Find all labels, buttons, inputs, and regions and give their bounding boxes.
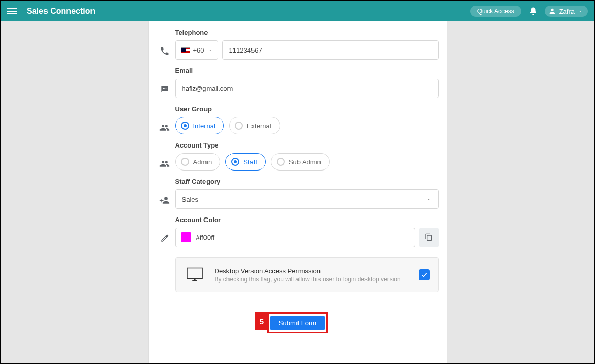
chevron-down-icon (208, 47, 213, 53)
staff-category-value: Sales (182, 196, 199, 203)
permission-subtitle: By checking this flag, you will allow th… (215, 276, 409, 283)
color-swatch (181, 232, 191, 242)
step-number: 5 (255, 312, 269, 330)
user-group-label: User Group (175, 105, 439, 113)
chevron-down-icon (426, 196, 432, 202)
staff-category-select[interactable]: Sales (175, 189, 439, 209)
account-color-input[interactable]: #ff00ff (175, 228, 415, 247)
account-type-subadmin[interactable]: Sub Admin (271, 153, 330, 171)
account-type-staff[interactable]: Staff (225, 153, 266, 171)
app-header: Sales Connection Quick Access Zafra (1, 1, 594, 21)
step-annotation: 5 Submit Form (267, 312, 328, 333)
email-input[interactable] (175, 79, 439, 98)
group-icon (159, 159, 170, 169)
desktop-permission-box: Desktop Version Access Permission By che… (175, 257, 439, 292)
quick-access-button[interactable]: Quick Access (470, 6, 521, 17)
user-form-card: Telephone +60 Email (149, 21, 447, 364)
user-name: Zafra (559, 8, 575, 15)
chat-icon (159, 84, 170, 94)
menu-icon[interactable] (7, 6, 17, 16)
user-group-internal[interactable]: Internal (175, 117, 224, 134)
submit-form-button[interactable]: Submit Form (270, 316, 325, 330)
svg-point-0 (163, 88, 164, 89)
eyedropper-icon (159, 233, 170, 244)
brand-title: Sales Connection (27, 7, 95, 16)
permission-checkbox[interactable] (419, 269, 430, 280)
country-code-select[interactable]: +60 (175, 40, 218, 60)
monitor-icon (184, 265, 205, 284)
telephone-label: Telephone (175, 29, 439, 36)
email-label: Email (175, 67, 439, 75)
svg-point-2 (165, 88, 166, 89)
bell-icon[interactable] (529, 7, 538, 16)
copy-icon (425, 233, 433, 241)
account-type-label: Account Type (175, 141, 439, 149)
staff-category-label: Staff Category (175, 178, 439, 185)
country-code-value: +60 (193, 46, 204, 54)
check-icon (421, 271, 428, 278)
user-menu[interactable]: Zafra (545, 6, 588, 17)
phone-icon (159, 46, 170, 56)
telephone-input[interactable] (222, 40, 439, 60)
permission-title: Desktop Version Access Permission (215, 267, 409, 275)
account-type-admin[interactable]: Admin (175, 153, 221, 171)
chevron-down-icon (578, 9, 583, 14)
account-color-value: #ff00ff (196, 234, 215, 241)
person-add-icon (159, 195, 170, 205)
user-group-external[interactable]: External (229, 117, 280, 134)
avatar-icon (548, 7, 556, 15)
group-icon (159, 123, 170, 133)
copy-color-button[interactable] (419, 228, 439, 247)
account-color-label: Account Color (175, 216, 439, 224)
flag-icon (181, 47, 190, 53)
svg-point-1 (164, 88, 165, 89)
